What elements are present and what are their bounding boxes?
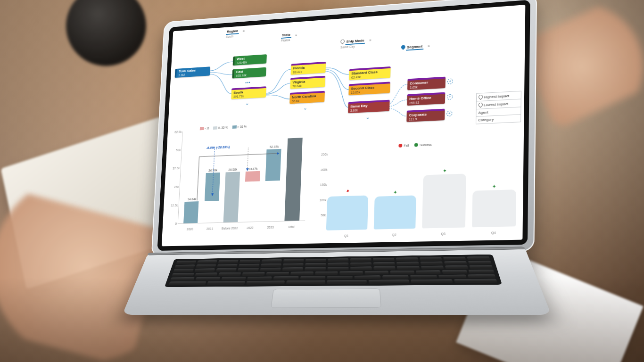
laptop-deck — [122, 248, 551, 315]
menu-label: Lowest impact — [484, 102, 508, 107]
quarterly-bars: ●✦✦✦ — [326, 146, 517, 230]
success-icon: ✦ — [492, 183, 496, 189]
x-tick: 2022 — [247, 226, 254, 230]
y-tick: 150k — [314, 183, 327, 187]
menu-label: Category — [478, 117, 494, 122]
screen: Region≡ South State≡ Florida Ship Mode≡ … — [162, 5, 526, 246]
chevron-down-icon[interactable]: ⌄ — [303, 105, 307, 111]
y-tick: 200k — [315, 168, 328, 172]
node-state-2[interactable]: North Carolina 55.6k — [289, 91, 325, 104]
legend-item: Success — [420, 143, 432, 147]
legend-item: > 30 % — [237, 125, 247, 128]
y-tick: 37.5k — [169, 166, 180, 170]
node-seg-0[interactable]: Consumer 3.65k — [407, 77, 446, 90]
y-tick: 25k — [168, 185, 179, 188]
trackpad — [271, 288, 381, 308]
laptop: Region≡ South State≡ Florida Ship Mode≡ … — [145, 0, 537, 362]
more-icon[interactable]: ••• — [245, 80, 251, 85]
keyboard — [165, 255, 502, 287]
y-tick: 12.5k — [167, 204, 178, 207]
node-ship-1[interactable]: Second Class 15.05k — [348, 82, 390, 95]
y-tick: 100k — [314, 198, 327, 202]
node-seg-2[interactable]: Corporate 111.9 — [406, 109, 445, 122]
chevron-down-icon[interactable]: ⌄ — [245, 100, 249, 106]
y-tick: 62.5k — [171, 130, 182, 133]
quarterly-legend: Fail Success — [398, 142, 432, 148]
x-tick: 2021 — [206, 227, 213, 230]
node-seg-1[interactable]: Home Office 255.92 — [407, 92, 445, 106]
y-tick: 0 — [166, 222, 177, 225]
y-tick: 250k — [315, 152, 328, 156]
waterfall-chart: < 0 0–30 % > 30 % 14.64k26.59k26.58k23.4… — [165, 123, 310, 233]
x-tick: Q3 — [422, 232, 465, 236]
node-ship-2[interactable]: Same Day 3.92k — [348, 100, 390, 113]
x-tick: Before 2022 — [222, 226, 238, 230]
node-region-2[interactable]: South 391.72k — [231, 86, 266, 99]
chevron-down-icon[interactable]: ⌄ — [366, 115, 370, 121]
legend-item: < 0 — [205, 127, 209, 130]
x-tick: Q2 — [373, 233, 415, 237]
quarterly-x-axis: Q1Q2Q3Q4 — [326, 230, 516, 238]
y-tick: 50k — [313, 214, 326, 217]
x-tick: 2020 — [187, 228, 193, 231]
y-tick: 50k — [170, 148, 181, 152]
x-tick: Q4 — [471, 230, 516, 235]
fail-icon: ● — [346, 188, 349, 193]
x-tick: 2023 — [267, 226, 274, 229]
legend-item: Fail — [404, 144, 409, 147]
x-tick: Total — [288, 225, 294, 229]
pin-icon — [478, 94, 484, 99]
quarterly-chart: Fail Success ●✦✦✦ Q1Q2Q3Q4 50k100k150k20… — [313, 143, 520, 239]
menu-label: Highest impact — [484, 94, 509, 99]
node-state-0[interactable]: Florida 89.47k — [291, 62, 326, 75]
quarter-bar[interactable]: ✦ — [373, 196, 416, 230]
pin-icon — [478, 102, 484, 108]
success-icon: ✦ — [393, 189, 397, 196]
screen-bezel: Region≡ South State≡ Florida Ship Mode≡ … — [157, 0, 530, 251]
quarter-bar[interactable]: ● — [326, 196, 368, 230]
success-icon: ✦ — [442, 168, 446, 174]
x-tick: Q1 — [326, 234, 367, 238]
node-state-1[interactable]: Virginia 70.64k — [290, 76, 325, 89]
laptop-lid: Region≡ South State≡ Florida Ship Mode≡ … — [151, 0, 537, 257]
quarter-bar[interactable]: ✦ — [422, 173, 466, 228]
dimension-menu: Highest impact Lowest impact Agent Categ… — [476, 91, 521, 124]
quarter-bar[interactable]: ✦ — [472, 189, 516, 227]
legend-item: 0–30 % — [218, 126, 228, 129]
waterfall-arrows — [178, 125, 310, 224]
dashboard: Region≡ South State≡ Florida Ship Mode≡ … — [162, 5, 526, 246]
menu-label: Agent — [478, 110, 488, 115]
